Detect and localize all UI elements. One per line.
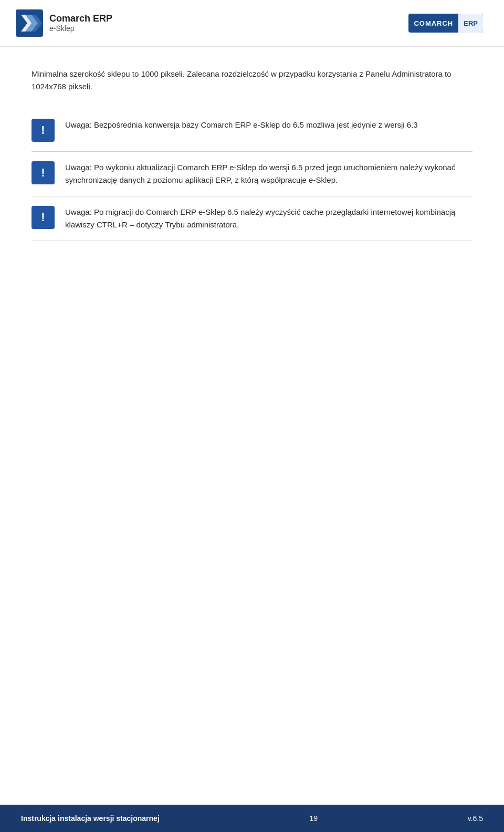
footer-version: v.6.5: [468, 814, 483, 823]
logo-esklep-text: e-Sklep: [49, 24, 112, 33]
logo-erp-text: Comarch ERP: [49, 13, 112, 25]
warning-icon-3: !: [32, 206, 55, 229]
intro-section: Minimalna szerokość sklepu to 1000 pikse…: [32, 68, 472, 93]
page-footer: Instrukcja instalacja wersji stacjonarne…: [0, 805, 504, 832]
logo-right: COMARCH ERP: [408, 14, 483, 33]
warning-block-2: ! Uwaga: Po wykoniu aktualizacji Comarch…: [32, 152, 472, 196]
logo-text: Comarch ERP e-Sklep: [49, 13, 112, 33]
comarch-erp-badge: COMARCH ERP: [408, 14, 483, 33]
comarch-logo-icon: [16, 9, 43, 37]
warnings-container: ! Uwaga: Bezpośrednia konwersja bazy Com…: [32, 109, 472, 241]
warning-text-3: Uwaga: Po migracji do Comarch ERP e-Skle…: [65, 206, 472, 231]
warning-text-2: Uwaga: Po wykoniu aktualizacji Comarch E…: [65, 161, 472, 186]
warning-icon-2: !: [32, 161, 55, 184]
warning-icon-1: !: [32, 119, 55, 142]
footer-page-number: 19: [309, 814, 318, 823]
footer-title: Instrukcja instalacja wersji stacjonarne…: [21, 814, 160, 823]
page-header: Comarch ERP e-Sklep COMARCH ERP: [0, 0, 504, 47]
intro-paragraph: Minimalna szerokość sklepu to 1000 pikse…: [32, 68, 472, 93]
warning-text-1: Uwaga: Bezpośrednia konwersja bazy Comar…: [65, 119, 472, 131]
badge-comarch-text: COMARCH: [408, 19, 458, 27]
main-content: Minimalna szerokość sklepu to 1000 pikse…: [0, 47, 504, 294]
badge-erp-text: ERP: [458, 14, 483, 33]
logo-left: Comarch ERP e-Sklep: [16, 9, 112, 37]
warning-block-3: ! Uwaga: Po migracji do Comarch ERP e-Sk…: [32, 196, 472, 241]
warning-block-1: ! Uwaga: Bezpośrednia konwersja bazy Com…: [32, 109, 472, 152]
